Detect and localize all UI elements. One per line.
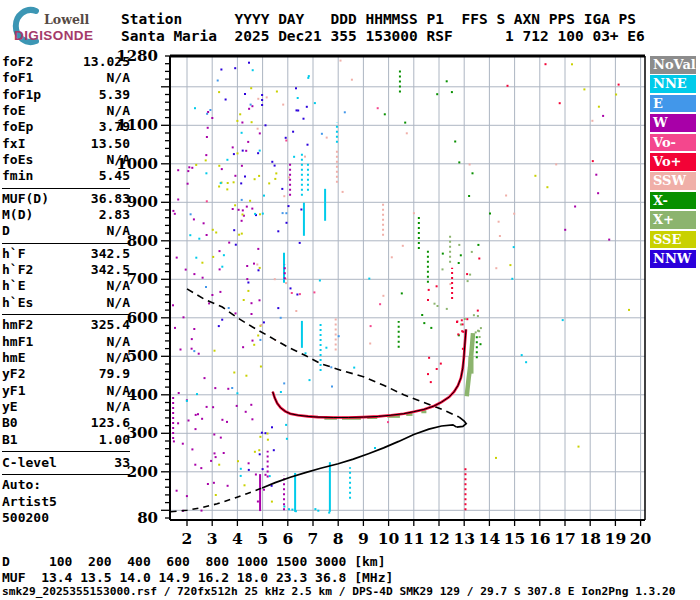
bottomside-profile (262, 425, 457, 488)
f2-peak-nose (457, 417, 467, 427)
x-tick-label: 2 (182, 529, 193, 548)
doppler-direction-legend: NoValNNEEWVo-Vo+SSWX-X+SSENNW (650, 56, 696, 269)
x-tick-label: 8 (333, 529, 344, 548)
legend-item-ssw: SSW (650, 172, 696, 190)
digisonde-ionogram-screen: { "logo": {"line1": "Lowell", "line2": "… (0, 0, 700, 600)
y-tick-label: 800 (127, 232, 158, 250)
y-tick-label: 400 (127, 386, 158, 404)
valley-extrapolation-dashed (171, 488, 263, 512)
x-tick-label: 9 (358, 529, 369, 548)
y-tick-label: 1000 (116, 155, 158, 173)
x-tick-label: 18 (579, 529, 601, 548)
legend-item-vo: Vo- (650, 134, 696, 152)
legend-item-x: X+ (650, 211, 696, 229)
muf-distance-table: D 100 200 400 600 800 1000 1500 3000 [km… (2, 554, 393, 585)
x-tick-label: 19 (605, 529, 627, 548)
x-tick-label: 4 (232, 529, 243, 548)
x-tick-label: 15 (504, 529, 526, 548)
x-tick-label: 13 (453, 529, 475, 548)
x-tick-label: 16 (529, 529, 551, 548)
legend-item-sse: SSE (650, 231, 696, 249)
x-tick-label: 3 (207, 529, 218, 548)
legend-item-nne: NNE (650, 75, 696, 93)
y-tick-label: 200 (127, 463, 158, 481)
y-tick-label: 1100 (116, 116, 158, 134)
gridlines (170, 56, 645, 520)
noise-dots (172, 60, 630, 514)
d-row: D 100 200 400 600 800 1000 1500 3000 [km… (2, 554, 386, 569)
x-tick-label: 11 (403, 529, 425, 548)
x-tick-label: 10 (378, 529, 400, 548)
legend-item-w: W (650, 114, 696, 132)
x-tick-label: 6 (282, 529, 293, 548)
y-tick-label: 1280 (116, 47, 158, 65)
x-tick-label: 20 (630, 529, 652, 548)
muf-row: MUF 13.4 13.5 14.0 14.9 16.2 18.0 23.3 3… (2, 570, 393, 585)
x-tick-label: 14 (479, 529, 501, 548)
x-tick-label: 12 (428, 529, 450, 548)
y-tick-label: 600 (127, 309, 158, 327)
y-tick-label: 500 (127, 347, 158, 365)
x-tick-label: 17 (554, 529, 576, 548)
legend-item-nnw: NNW (650, 250, 696, 268)
x-tick-label: 5 (257, 529, 268, 548)
x-tick-label: 7 (308, 529, 319, 548)
y-tick-label: 900 (127, 193, 158, 211)
axis-ticks-labels: 8020030040050060070080090010001100128023… (116, 47, 651, 548)
y-tick-label: 80 (137, 509, 158, 527)
legend-item-vo: Vo+ (650, 153, 696, 171)
legend-item-noval: NoVal (650, 56, 696, 74)
y-tick-label: 300 (127, 424, 158, 442)
status-line: smk29_2025355153000.rsf / 720fx512h 25 k… (2, 585, 676, 598)
profile-curves (171, 289, 467, 512)
legend-item-x: X- (650, 192, 696, 210)
interference-streaks (173, 68, 477, 512)
ionogram-chart: 8020030040050060070080090010001100128023… (0, 0, 700, 600)
y-tick-label: 700 (127, 270, 158, 288)
legend-item-e: E (650, 95, 696, 113)
